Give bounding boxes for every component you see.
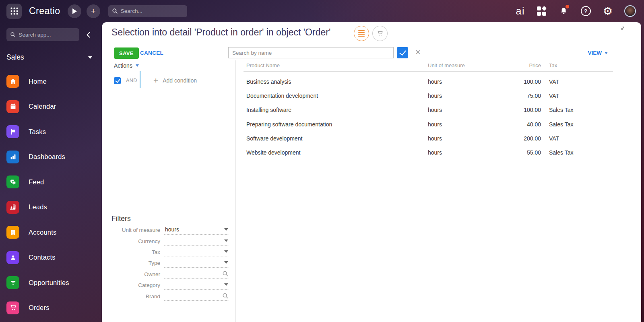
table-row[interactable]: Documentation development hours 75.00 VA… <box>244 89 613 103</box>
search-icon <box>112 8 118 14</box>
chevron-left-icon <box>87 32 90 38</box>
expand-icon[interactable] <box>620 25 625 32</box>
products-table: Product.Name Unit of measure Price Tax B… <box>244 62 613 160</box>
column-header-price[interactable]: Price <box>517 62 541 71</box>
filter-row-currency: Currency <box>111 235 229 246</box>
gear-icon: ⚙ <box>603 6 613 17</box>
global-search[interactable] <box>108 5 187 17</box>
cancel-button[interactable]: CANCEL <box>140 47 163 59</box>
actions-menu-button[interactable]: Actions <box>114 62 139 69</box>
flag-icon <box>6 125 19 138</box>
sidebar-collapse-button[interactable] <box>87 32 90 38</box>
sidebar-item-orders[interactable]: Orders <box>6 301 95 314</box>
condition-branch-line <box>140 71 140 88</box>
app-search-input[interactable] <box>19 32 75 38</box>
page-title: Selection into detail 'Product in order'… <box>111 27 330 38</box>
topbar-actions: ai ? ⚙ <box>516 5 636 17</box>
chevron-down-icon <box>224 250 228 253</box>
table-header: Product.Name Unit of measure Price Tax <box>244 62 613 72</box>
chat-bubbles-icon <box>6 175 19 188</box>
unit-of-measure-dropdown[interactable]: hours <box>164 226 229 235</box>
filter-row-owner: Owner <box>111 269 229 280</box>
view-menu-button[interactable]: VIEW <box>588 47 608 59</box>
table-row[interactable]: Website development hours 55.00 Sales Ta… <box>244 145 613 159</box>
table-body: Business analysis hours 100.00 VAT Docum… <box>244 74 613 160</box>
type-dropdown[interactable] <box>164 259 229 268</box>
and-operator-label: AND <box>126 78 137 83</box>
four-squares-icon <box>537 6 546 16</box>
process-run-button[interactable] <box>68 4 81 18</box>
sidebar-item-opportunities[interactable]: Opportunities <box>6 276 95 289</box>
column-header-unit[interactable]: Unit of measure <box>428 62 517 71</box>
question-mark-icon: ? <box>581 6 591 16</box>
chevron-down-icon <box>224 228 228 231</box>
building-icon <box>6 226 19 239</box>
add-new-button[interactable]: + <box>87 4 100 18</box>
column-header-product-name[interactable]: Product.Name <box>244 62 428 71</box>
calendar-icon <box>6 100 19 113</box>
workspace-selector[interactable]: Sales <box>6 53 95 62</box>
sidebar-item-leads[interactable]: Leads <box>6 201 95 214</box>
sidebar-item-dashboards[interactable]: Dashboards <box>6 151 95 163</box>
table-row[interactable]: Software development hours 200.00 VAT <box>244 131 613 145</box>
hamburger-icon <box>358 30 365 37</box>
chevron-down-icon <box>136 64 139 67</box>
workspace-label: Sales <box>6 53 24 62</box>
sidebar-item-feed[interactable]: Feed <box>6 175 95 188</box>
close-icon[interactable]: × <box>415 47 421 58</box>
lead-building-icon <box>6 201 19 214</box>
filter-row-type: Type <box>111 258 229 268</box>
chevron-down-icon <box>605 52 608 54</box>
help-button[interactable]: ? <box>580 6 591 17</box>
settings-button[interactable]: ⚙ <box>602 6 613 17</box>
search-by-name-input[interactable] <box>228 47 394 58</box>
sidebar-item-tasks[interactable]: Tasks <box>6 125 95 138</box>
table-row[interactable]: Installing software hours 100.00 Sales T… <box>244 103 613 117</box>
app-launcher-button[interactable] <box>6 4 22 19</box>
chevron-down-icon <box>224 261 228 264</box>
global-search-input[interactable] <box>121 8 183 14</box>
cart-view-button[interactable] <box>372 26 388 41</box>
add-condition-button[interactable]: + Add condition <box>153 76 197 85</box>
sidebar-nav: Home Calendar Tasks Dashboards <box>6 75 95 314</box>
currency-dropdown[interactable] <box>164 237 229 246</box>
home-icon <box>6 75 19 88</box>
table-row[interactable]: Business analysis hours 100.00 VAT <box>244 74 613 89</box>
and-checkbox[interactable] <box>114 77 121 84</box>
tax-dropdown[interactable] <box>164 248 229 256</box>
notifications-button[interactable] <box>558 6 569 17</box>
column-header-tax[interactable]: Tax <box>541 62 613 71</box>
sidebar-item-contacts[interactable]: Contacts <box>6 251 95 264</box>
top-bar: Creatio + ai ? ⚙ <box>0 0 644 22</box>
marketplace-button[interactable] <box>536 6 547 17</box>
play-icon <box>72 8 77 14</box>
filters-heading: Filters <box>111 215 131 223</box>
funnel-icon <box>6 276 19 289</box>
creatio-logo: Creatio <box>29 6 60 17</box>
sidebar: Sales Home Calendar Tasks Dash <box>0 22 102 322</box>
filter-row-category: Category <box>111 280 229 291</box>
save-button[interactable]: SAVE <box>114 47 139 59</box>
plus-icon: + <box>91 7 96 15</box>
category-dropdown[interactable] <box>164 281 229 290</box>
filter-row-unit-of-measure: Unit of measure hours <box>111 225 229 235</box>
chevron-down-icon <box>88 56 92 59</box>
brand-lookup[interactable] <box>164 292 229 301</box>
sidebar-item-calendar[interactable]: Calendar <box>6 100 95 113</box>
table-row[interactable]: Preparing software documentation hours 4… <box>244 117 613 131</box>
list-view-button[interactable] <box>354 26 369 41</box>
filter-condition-row: AND + Add condition <box>114 76 197 85</box>
chevron-down-icon <box>224 283 228 286</box>
sidebar-item-home[interactable]: Home <box>6 75 95 88</box>
owner-lookup[interactable] <box>164 270 229 279</box>
sidebar-item-accounts[interactable]: Accounts <box>6 226 95 239</box>
cart-icon <box>6 301 19 314</box>
main-panel: Selection into detail 'Product in order'… <box>102 22 641 322</box>
filters-form: Unit of measure hours Currency Tax Type <box>111 225 229 302</box>
person-icon <box>6 251 19 264</box>
apply-search-button[interactable] <box>397 47 408 58</box>
app-search[interactable] <box>6 28 79 41</box>
notification-badge <box>566 5 569 8</box>
creatio-ai-button[interactable]: ai <box>516 5 525 17</box>
user-avatar[interactable] <box>624 5 636 17</box>
